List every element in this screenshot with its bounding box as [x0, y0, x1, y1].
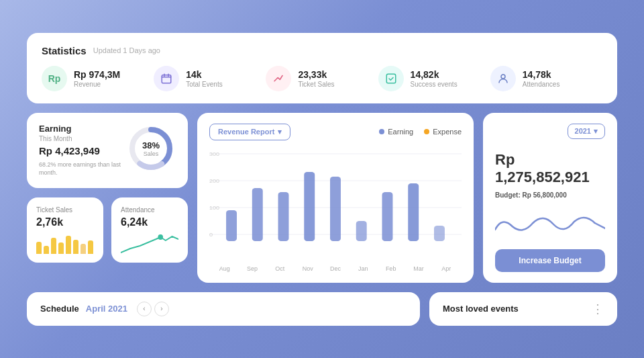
- x-label-jan: Jan: [350, 265, 377, 272]
- legend-expense-dot: [424, 129, 429, 134]
- svg-text:100: 100: [209, 204, 219, 210]
- x-label-sep: Sep: [238, 265, 266, 272]
- sparkline-area: [495, 210, 605, 242]
- earning-note: 68.2% more earnings than last month.: [39, 161, 126, 177]
- attendance-icon: [490, 66, 516, 91]
- year-selector: 2021 ▾: [495, 124, 605, 139]
- attendance-sparkline: [121, 234, 178, 254]
- schedule-card: Schedule April 2021 ‹ ›: [27, 292, 420, 326]
- revenue-card: Revenue Report ▾ Earning Expense: [197, 113, 474, 283]
- x-label-nov: Nov: [294, 265, 321, 272]
- year-value: 2021: [575, 127, 591, 135]
- ticket-sales-value: 2,76k: [36, 216, 94, 228]
- revenue-chevron-icon: ▾: [278, 128, 282, 136]
- revenue-value: Rp 974,3M: [74, 69, 120, 80]
- loved-events-title: Most loved events: [443, 304, 519, 314]
- legend-earning: Earning: [379, 128, 413, 136]
- svg-text:0: 0: [209, 231, 213, 237]
- donut-label: 38% Sales: [142, 140, 160, 156]
- svg-rect-17: [278, 192, 289, 241]
- loved-events-card: Most loved events ⋮: [429, 292, 617, 326]
- mini-bar-5: [66, 236, 71, 254]
- mini-bar-4: [58, 242, 64, 254]
- earning-header: Earning This Month Rp 4,423,949 68.2% mo…: [39, 124, 176, 177]
- loved-events-more-button[interactable]: ⋮: [592, 303, 604, 315]
- donut-percent: 38%: [142, 140, 160, 150]
- stats-header: Statistics Updated 1 Days ago: [42, 45, 602, 56]
- stat-ticket-sales: 23,33k Ticket Sales: [266, 66, 378, 91]
- mini-bar-3: [51, 238, 56, 254]
- svg-text:300: 300: [209, 150, 219, 156]
- svg-rect-19: [330, 177, 341, 241]
- schedule-date: April 2021: [86, 304, 127, 314]
- svg-text:200: 200: [209, 177, 219, 183]
- mini-bar-2: [44, 246, 49, 254]
- earning-info: Earning This Month Rp 4,423,949 68.2% mo…: [39, 124, 126, 177]
- donut-sublabel: Sales: [142, 150, 160, 156]
- ticket-sales-card: Ticket Sales 2,76k: [27, 197, 103, 263]
- stat-attend-info: 14,78k Attendances: [523, 69, 560, 88]
- increase-budget-button[interactable]: Increase Budget: [495, 249, 605, 272]
- stats-title: Statistics: [42, 45, 87, 56]
- stat-total-events: 14k Total Events: [154, 66, 266, 91]
- attendance-mini-chart: [121, 234, 178, 254]
- revenue-label: Revenue: [74, 81, 120, 88]
- dashboard: Statistics Updated 1 Days ago Rp Rp 974,…: [27, 33, 617, 326]
- attendance-title: Attendance: [121, 206, 178, 214]
- svg-point-2: [501, 75, 505, 79]
- svg-rect-20: [356, 221, 367, 241]
- attend-label: Attendances: [523, 81, 560, 88]
- ticket-icon: [266, 66, 291, 91]
- ticket-mini-chart: [36, 234, 94, 254]
- schedule-next-button[interactable]: ›: [154, 302, 169, 316]
- ticket-sales-title: Ticket Sales: [36, 206, 94, 214]
- svg-rect-1: [386, 74, 396, 83]
- x-label-feb: Feb: [377, 265, 405, 272]
- svg-rect-22: [408, 183, 419, 241]
- year-selector-button[interactable]: 2021 ▾: [568, 124, 605, 139]
- events-icon: [154, 66, 179, 91]
- stat-events-info: 14k Total Events: [186, 69, 222, 88]
- budget-card: 2021 ▾ Rp 1,275,852,921 Budget: Rp 56,80…: [483, 113, 617, 283]
- mini-bar-6: [73, 240, 78, 254]
- budget-value-text: Rp 56,800,000: [523, 191, 567, 199]
- svg-rect-15: [226, 210, 237, 241]
- svg-rect-16: [252, 188, 263, 241]
- x-label-oct: Oct: [266, 265, 294, 272]
- legend-earning-label: Earning: [388, 128, 413, 136]
- stat-success-events: 14,82k Success events: [378, 66, 490, 91]
- svg-rect-18: [304, 172, 315, 241]
- success-icon: [378, 66, 404, 91]
- stat-revenue-info: Rp 974,3M Revenue: [74, 69, 120, 88]
- svg-rect-23: [434, 226, 445, 241]
- budget-label-text: Budget:: [495, 191, 521, 199]
- budget-sparkline: [495, 210, 605, 240]
- stats-updated: Updated 1 Days ago: [93, 46, 160, 54]
- revenue-top: Revenue Report ▾ Earning Expense: [209, 124, 462, 140]
- stat-attendances: 14,78k Attendances: [490, 66, 602, 91]
- budget-label: Budget: Rp 56,800,000: [495, 191, 605, 199]
- schedule-prev-button[interactable]: ‹: [137, 302, 152, 316]
- donut-chart: 38% Sales: [126, 124, 176, 173]
- svg-point-6: [158, 234, 163, 240]
- stat-success-info: 14,82k Success events: [411, 69, 458, 88]
- left-column: Earning This Month Rp 4,423,949 68.2% mo…: [27, 113, 188, 283]
- revenue-report-button[interactable]: Revenue Report ▾: [209, 124, 290, 140]
- schedule-title: Schedule: [40, 304, 79, 314]
- chart-legend: Earning Expense: [379, 128, 462, 136]
- x-label-dec: Dec: [321, 265, 349, 272]
- mini-bar-7: [80, 244, 86, 254]
- events-value: 14k: [186, 69, 222, 80]
- legend-expense-label: Expense: [433, 128, 462, 136]
- svg-rect-0: [162, 75, 171, 83]
- earning-period: This Month: [39, 135, 126, 142]
- success-label: Success events: [411, 81, 458, 88]
- attendance-card: Attendance 6,24k: [111, 197, 188, 263]
- budget-amount: Rp 1,275,852,921: [495, 151, 605, 187]
- bar-chart-svg: 300 200 100 0: [209, 147, 462, 255]
- legend-earning-dot: [379, 129, 384, 134]
- x-label-apr: Apr: [433, 265, 460, 272]
- earning-title: Earning: [39, 124, 126, 134]
- x-labels: Aug Sep Oct Nov Dec Jan Feb Mar Apr: [209, 265, 462, 272]
- revenue-icon: Rp: [42, 66, 67, 91]
